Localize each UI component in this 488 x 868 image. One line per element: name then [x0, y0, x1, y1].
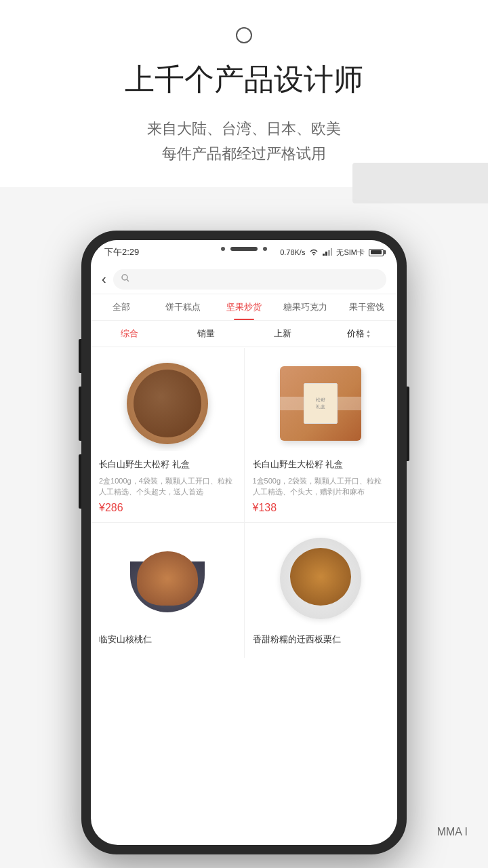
subtitle-line1: 来自大陆、台湾、日本、欧美 [147, 120, 341, 137]
cat-tab-nuts[interactable]: 坚果炒货 [214, 294, 274, 320]
signal-icon [323, 248, 332, 257]
sort-new[interactable]: 上新 [244, 321, 321, 347]
sort-price[interactable]: 价格 ▲▼ [321, 321, 397, 347]
cat-tab-driedfruit[interactable]: 果干蜜饯 [336, 294, 397, 320]
product-price-1: ¥286 [99, 502, 236, 514]
camera-dot [221, 247, 225, 251]
cat-tab-candy[interactable]: 糖果巧克力 [274, 294, 336, 320]
product-name-3: 临安山核桃仁 [99, 633, 236, 646]
search-input-box[interactable] [113, 269, 386, 290]
volume-down-button [79, 387, 81, 441]
sort-comprehensive[interactable]: 综合 [91, 321, 167, 347]
silent-button [79, 454, 81, 509]
product-image-1 [99, 356, 236, 451]
product-image-2: 松籽礼盒 [253, 356, 390, 451]
price-sort-arrows: ▲▼ [366, 329, 371, 338]
front-camera [263, 247, 267, 251]
phone-mockup: 下午2:29 0.78K/s [81, 231, 407, 854]
mma-label: MMA I [437, 826, 468, 838]
product-name-4: 香甜粉糯的迁西板栗仁 [253, 633, 390, 646]
status-right: 0.78K/s [280, 248, 384, 258]
main-title: 上千个产品设计师 [27, 60, 461, 100]
back-button[interactable]: ‹ [102, 271, 106, 287]
sort-sales[interactable]: 销量 [167, 321, 244, 347]
svg-line-5 [127, 279, 129, 281]
chestnut-plate-image [280, 538, 361, 619]
product-image-4 [253, 531, 390, 626]
speaker-bar [230, 247, 258, 251]
product-desc-1: 2盒1000g，4袋装，颗颗人工开口、粒粒人工精选、个头超大，送人首选 [99, 475, 236, 498]
phone-screen: 下午2:29 0.78K/s [91, 240, 397, 845]
volume-up-button [79, 339, 81, 373]
svg-rect-1 [325, 252, 327, 256]
product-name-2: 长白山野生大松籽 礼盒 [253, 458, 390, 471]
power-button [407, 387, 409, 461]
product-card-3[interactable]: 临安山核桃仁 [91, 523, 244, 658]
svg-rect-0 [323, 254, 325, 256]
svg-rect-2 [328, 250, 330, 256]
phone-shell: 下午2:29 0.78K/s [81, 231, 407, 854]
gift-box-image: 松籽礼盒 [280, 366, 361, 441]
wifi-icon [309, 248, 319, 257]
subtitle-line2: 每件产品都经过严格试用 [162, 145, 326, 162]
status-bar: 下午2:29 0.78K/s [91, 240, 397, 264]
no-sim-label: 无SIM卡 [336, 248, 365, 258]
pine-nuts-image [127, 363, 208, 444]
search-bar[interactable]: ‹ [91, 264, 397, 294]
category-tabs[interactable]: 全部 饼干糕点 坚果炒货 糖果巧克力 果干蜜饯 [91, 294, 397, 321]
product-desc-2: 1盒500g，2袋装，颗颗人工开口、粒粒人工精选、个头大，赠剥片和麻布 [253, 475, 390, 498]
cat-tab-biscuits[interactable]: 饼干糕点 [152, 294, 213, 320]
search-icon [121, 274, 129, 284]
walnut-bowl-image [127, 538, 208, 619]
product-image-3 [99, 531, 236, 626]
product-card-1[interactable]: 长白山野生大松籽 礼盒 2盒1000g，4袋装，颗颗人工开口、粒粒人工精选、个头… [91, 348, 244, 522]
top-section: 上千个产品设计师 来自大陆、台湾、日本、欧美 每件产品都经过严格试用 [0, 0, 488, 187]
decorative-band [352, 163, 488, 203]
cat-tab-all[interactable]: 全部 [91, 294, 152, 320]
product-price-2: ¥138 [253, 502, 390, 514]
circle-icon [236, 27, 252, 43]
product-grid: 长白山野生大松籽 礼盒 2盒1000g，4袋装，颗颗人工开口、粒粒人工精选、个头… [91, 348, 397, 658]
svg-rect-3 [331, 248, 332, 256]
camera-notch [221, 247, 267, 251]
product-card-2[interactable]: 松籽礼盒 长白山野生大松籽 礼盒 1盒500g，2袋装，颗颗人工开口、粒粒人工精… [245, 348, 398, 522]
status-time: 下午2:29 [104, 246, 139, 258]
product-card-4[interactable]: 香甜粉糯的迁西板栗仁 [245, 523, 398, 658]
product-name-1: 长白山野生大松籽 礼盒 [99, 458, 236, 471]
sort-tabs[interactable]: 综合 销量 上新 价格 ▲▼ [91, 321, 397, 347]
battery-icon [369, 249, 384, 256]
network-speed: 0.78K/s [280, 248, 305, 256]
svg-point-4 [122, 275, 127, 280]
subtitle: 来自大陆、台湾、日本、欧美 每件产品都经过严格试用 [27, 116, 461, 167]
